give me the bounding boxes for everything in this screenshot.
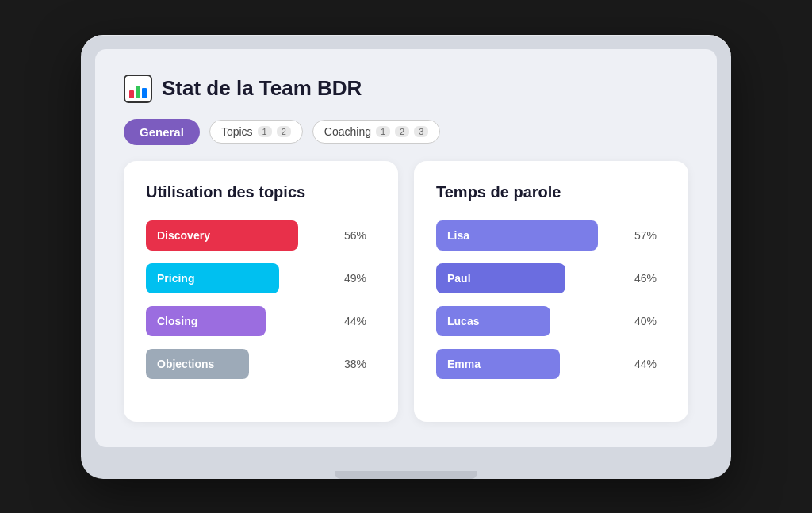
- topics-card: Utilisation des topics Discovery 56% Pri…: [124, 161, 398, 422]
- laptop-frame: Stat de la Team BDR General Topics 1 2 C…: [81, 35, 731, 479]
- tab-coaching-badge-2: 2: [395, 126, 409, 137]
- bar-lucas-container: Lucas: [436, 306, 626, 336]
- page-title: Stat de la Team BDR: [162, 76, 362, 101]
- speech-card: Temps de parole Lisa 57% Paul: [414, 161, 688, 422]
- bar-row-lisa: Lisa 57%: [436, 220, 666, 251]
- tab-coaching-badge-1: 1: [376, 126, 390, 137]
- icon-bar-red: [129, 90, 134, 98]
- bar-row-emma: Emma 44%: [436, 349, 666, 379]
- bar-discovery-pct: 56%: [344, 229, 376, 242]
- tab-general[interactable]: General: [124, 119, 200, 145]
- tab-coaching[interactable]: Coaching 1 2 3: [312, 120, 441, 144]
- bar-row-closing: Closing 44%: [146, 306, 376, 336]
- page-header: Stat de la Team BDR: [124, 75, 688, 103]
- bar-closing-container: Closing: [146, 306, 336, 336]
- speech-card-title: Temps de parole: [436, 183, 666, 201]
- tab-topics-label: Topics: [221, 125, 253, 138]
- bar-emma-container: Emma: [436, 349, 626, 379]
- bar-row-discovery: Discovery 56%: [146, 220, 376, 251]
- icon-bar-blue: [142, 88, 147, 98]
- tab-coaching-label: Coaching: [324, 125, 371, 138]
- bar-paul-pct: 46%: [634, 272, 666, 285]
- bar-row-objections: Objections 38%: [146, 349, 376, 379]
- bar-pricing: Pricing: [146, 263, 279, 293]
- bar-objections-pct: 38%: [344, 358, 376, 370]
- bar-pricing-container: Pricing: [146, 263, 336, 293]
- bar-lisa-pct: 57%: [634, 229, 666, 242]
- bar-paul-container: Paul: [436, 263, 626, 293]
- bar-paul: Paul: [436, 263, 565, 293]
- bar-pricing-pct: 49%: [344, 272, 376, 285]
- tab-topics[interactable]: Topics 1 2: [209, 120, 303, 144]
- bar-discovery: Discovery: [146, 220, 298, 251]
- bar-discovery-container: Discovery: [146, 220, 336, 251]
- tab-topics-badge-1: 1: [258, 126, 272, 137]
- bar-lisa: Lisa: [436, 220, 598, 251]
- topics-card-title: Utilisation des topics: [146, 183, 376, 201]
- screen-content: Stat de la Team BDR General Topics 1 2 C…: [95, 49, 717, 447]
- tab-topics-badge-2: 2: [277, 126, 291, 137]
- bar-closing: Closing: [146, 306, 266, 336]
- tab-bar: General Topics 1 2 Coaching 1 2 3: [124, 119, 688, 145]
- chart-icon: [124, 75, 152, 103]
- bar-closing-pct: 44%: [344, 315, 376, 327]
- bar-row-lucas: Lucas 40%: [436, 306, 666, 336]
- bar-objections: Objections: [146, 349, 249, 379]
- icon-bar-green: [136, 86, 140, 98]
- cards-container: Utilisation des topics Discovery 56% Pri…: [124, 161, 688, 422]
- bar-emma-pct: 44%: [634, 358, 666, 370]
- bar-row-pricing: Pricing 49%: [146, 263, 376, 293]
- bar-objections-container: Objections: [146, 349, 336, 379]
- tab-coaching-badge-3: 3: [414, 126, 428, 137]
- bar-emma: Emma: [436, 349, 560, 379]
- laptop-chin: [335, 471, 477, 479]
- bar-lisa-container: Lisa: [436, 220, 626, 251]
- bar-row-paul: Paul 46%: [436, 263, 666, 293]
- bar-lucas: Lucas: [436, 306, 550, 336]
- bar-lucas-pct: 40%: [634, 315, 666, 327]
